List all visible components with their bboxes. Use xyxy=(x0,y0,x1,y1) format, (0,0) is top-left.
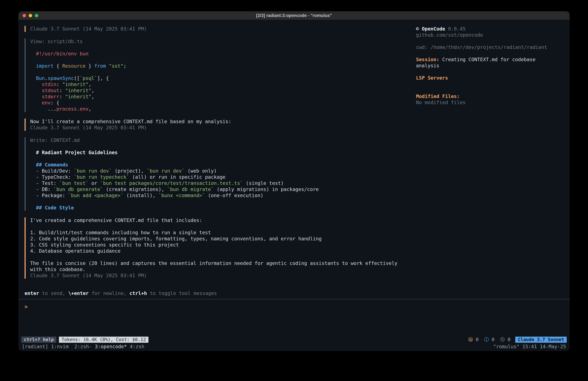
tool-block-write-context-md: Write: CONTEXT.md # Radiant Project Guid… xyxy=(24,137,416,211)
zoom-button[interactable] xyxy=(35,14,38,17)
prompt-input[interactable]: > xyxy=(18,299,570,336)
assistant-message-summary: I've created a comprehensive CONTEXT.md … xyxy=(24,217,416,279)
model-badge: Claude 3.7 Sonnet xyxy=(515,336,567,343)
prompt-caret: > xyxy=(24,304,28,310)
keybinding-hint-text: enter to send, \+enter for newline, ctrl… xyxy=(24,291,217,296)
window-title: [2/3] radiant:3:opencode - "romulus" xyxy=(18,13,570,18)
keybinding-hint: enter to send, \+enter for newline, ctrl… xyxy=(18,290,570,299)
terminal-body: Claude 3.7 Sonnet (14 May 2025 03:41 PM)… xyxy=(18,20,570,290)
tmux-host-datetime: "romulus" 15:41 14-May-25 xyxy=(493,344,566,350)
assistant-message-header: Claude 3.7 Sonnet (14 May 2025 03:41 PM) xyxy=(24,26,416,32)
status-bar-left: ctrl+? help Tokens: 16.4K (8%), Cost: $0… xyxy=(21,336,148,343)
tmux-status-line: [radiant] 1:nvim 2:zsh- 3:opencode* 4:zs… xyxy=(18,343,570,351)
tokens-cost-badge: Tokens: 16.4K (8%), Cost: $0.12 xyxy=(59,336,148,343)
status-bar: ctrl+? help Tokens: 16.4K (8%), Cost: $0… xyxy=(18,336,570,343)
help-badge: ctrl+? help xyxy=(21,336,56,343)
traffic-lights xyxy=(22,14,38,17)
tool-block-view-db-ts: View: script/db.ts #!/usr/bin/env bun im… xyxy=(24,38,416,112)
minimize-button[interactable] xyxy=(29,14,32,17)
close-button[interactable] xyxy=(22,14,26,17)
tmux-session-windows: [radiant] 1:nvim 2:zsh- 3:opencode* 4:zs… xyxy=(22,344,145,350)
diagnostics-counters: Ⓦ 0 ⓘ 0 ⓗ 0 xyxy=(468,336,510,343)
assistant-message-plan: Now I'll create a comprehensive CONTEXT.… xyxy=(24,118,416,131)
window-titlebar: [2/3] radiant:3:opencode - "romulus" xyxy=(18,11,570,20)
chat-main-column: Claude 3.7 Sonnet (14 May 2025 03:41 PM)… xyxy=(18,26,416,290)
info-sidebar: © OpenCode 0.0.45github.com/sst/opencode… xyxy=(416,26,570,290)
status-bar-right: Ⓦ 0 ⓘ 0 ⓗ 0 Claude 3.7 Sonnet xyxy=(468,336,567,343)
terminal-window: [2/3] radiant:3:opencode - "romulus" Cla… xyxy=(18,11,570,351)
